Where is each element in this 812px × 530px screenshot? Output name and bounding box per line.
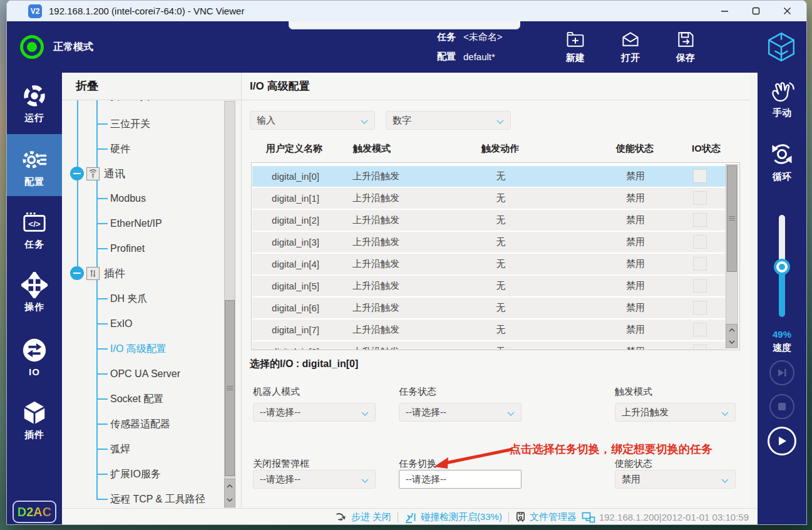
io-state-checkbox[interactable] <box>693 301 707 314</box>
io-state-checkbox[interactable] <box>693 345 707 350</box>
tree-connector <box>96 348 108 350</box>
tree-item-safety-tool[interactable]: 安全工具 <box>96 100 150 105</box>
io-state-checkbox[interactable] <box>693 169 707 183</box>
tree-item-three-position-switch[interactable]: 三位开关 <box>96 115 150 133</box>
tree-item-socket-config[interactable]: Socket 配置 <box>96 390 163 408</box>
table-scrollbar[interactable] <box>726 164 738 348</box>
io-table: digital_in[0] 上升沿触发 无 禁用 digital_in[1] 上… <box>251 162 740 350</box>
new-button[interactable]: 新建 <box>558 30 593 64</box>
sidebar-item-config[interactable]: 配置 <box>7 134 62 196</box>
io-arrows-icon <box>21 337 48 363</box>
tree-node-communication[interactable]: 通讯 <box>70 165 125 182</box>
open-button[interactable]: 打开 <box>613 30 648 64</box>
io-state-checkbox[interactable] <box>693 279 707 293</box>
tree-item-profinet[interactable]: Profinet <box>96 240 145 257</box>
tree-item-extended-io[interactable]: 扩展IO服务 <box>96 465 161 483</box>
io-state-checkbox[interactable] <box>693 235 707 249</box>
io-state-checkbox[interactable] <box>693 323 707 336</box>
tree-item-exio[interactable]: ExIO <box>96 315 133 333</box>
minimize-button[interactable] <box>709 1 740 21</box>
table-scrollbar-thumb[interactable] <box>727 165 737 272</box>
sidebar-item-plugin[interactable]: 插件 <box>7 395 62 441</box>
tree-node-plugins[interactable]: 插件 <box>70 264 125 282</box>
task-value: <未命名> <box>463 31 503 43</box>
scroll-up-button[interactable] <box>726 325 737 336</box>
sidebar-item-operate[interactable]: 操作 <box>7 267 62 313</box>
io-direction-select[interactable]: 输入 <box>250 111 375 130</box>
table-row[interactable]: digital_in[2] 上升沿触发 无 禁用 <box>252 210 726 231</box>
tree-item-modbus[interactable]: Modbus <box>96 190 146 207</box>
close-button[interactable] <box>771 1 803 21</box>
tree-collapse-header[interactable]: 折叠 <box>76 73 98 100</box>
io-state-checkbox[interactable] <box>693 191 707 205</box>
vnc-viewer-window: V2 192.168.1.200 (intel-corei7-64:0) - V… <box>6 0 807 525</box>
tree-viewport: 安全工具 三位开关 硬件 <box>62 100 242 508</box>
step-forward-button[interactable] <box>769 360 794 385</box>
table-row[interactable]: digital_in[0] 上升沿触发 无 禁用 <box>252 166 726 187</box>
tree-item-io-advanced-config[interactable]: I/O 高级配置 <box>96 340 167 358</box>
config-key: 配置 <box>437 51 456 63</box>
tree-scrollbar-thumb[interactable] <box>225 300 235 476</box>
open-icon <box>620 30 640 49</box>
manual-mode-button[interactable]: 手动 <box>758 79 806 119</box>
io-type-select[interactable]: 数字 <box>386 111 511 130</box>
speed-slider-knob[interactable] <box>774 259 790 275</box>
robot-mode-status: 正常模式 <box>20 21 93 73</box>
table-row[interactable]: digital_in[1] 上升沿触发 无 禁用 <box>252 188 726 209</box>
scroll-down-button[interactable] <box>225 493 235 507</box>
cycle-mode-button[interactable]: 循环 <box>758 140 806 183</box>
tree-item-opc-ua-server[interactable]: OPC UA Server <box>96 365 180 383</box>
tree-item-remote-tcp-toolpath[interactable]: 远程 TCP & 工具路径 <box>96 491 205 508</box>
scroll-up-button[interactable] <box>225 479 235 493</box>
scroll-down-button[interactable] <box>726 336 737 348</box>
robot-mode-select[interactable]: --请选择-- <box>253 403 376 422</box>
sidebar-item-task[interactable]: </> 任务 <box>7 204 62 251</box>
collapse-minus-icon[interactable] <box>70 266 84 280</box>
tree-item-hardware[interactable]: 硬件 <box>96 140 130 158</box>
tree-scrollbar[interactable] <box>224 101 235 507</box>
chevron-down-icon <box>361 115 368 126</box>
config-tree-panel: 折叠 安全工具 三位开关 硬件 <box>62 73 242 508</box>
chevron-down-icon <box>507 407 515 418</box>
step-mode-status[interactable]: 步进 关闭 <box>335 511 391 523</box>
column-header-io-state: IO状态 <box>692 143 721 155</box>
collapse-minus-icon[interactable] <box>70 167 84 180</box>
task-switch-select[interactable]: --请选择-- <box>399 470 522 489</box>
annotation-arrow <box>429 444 517 472</box>
sidebar-item-io[interactable]: IO <box>7 332 62 378</box>
new-file-icon <box>565 30 585 49</box>
tree-item-sensor-adapter[interactable]: 传感器适配器 <box>96 415 170 433</box>
play-button[interactable] <box>768 427 796 455</box>
table-row[interactable]: digital_in[8] 上升沿触发 无 禁用 <box>252 341 726 350</box>
tree-item-dh-gripper[interactable]: DH 夹爪 <box>96 290 148 308</box>
io-advanced-config-panel: I/O 高级配置 输入 数字 用户定义名称 触发模式 触发动作 使能状态 IO状… <box>242 73 750 508</box>
close-alarm-popup-select[interactable]: --请选择-- <box>253 470 376 489</box>
window-titlebar[interactable]: V2 192.168.1.200 (intel-corei7-64:0) - V… <box>7 1 806 21</box>
enable-state-select[interactable]: 禁用 <box>615 470 736 489</box>
table-row[interactable]: digital_in[7] 上升沿触发 无 禁用 <box>252 320 726 340</box>
trigger-mode-label: 触发模式 <box>615 386 652 398</box>
io-state-checkbox[interactable] <box>693 257 707 271</box>
tree-trunk-line <box>77 100 78 274</box>
stop-button[interactable] <box>769 394 794 419</box>
table-row[interactable]: digital_in[3] 上升沿触发 无 禁用 <box>252 232 726 252</box>
tree-item-ethernet-ip[interactable]: EtherNet/IP <box>96 215 162 232</box>
close-alarm-popup-label: 关闭报警弹框 <box>253 458 309 470</box>
collision-detection-status[interactable]: 碰撞检测开启(33%) <box>404 511 502 524</box>
task-state-select[interactable]: --请选择-- <box>399 403 522 422</box>
maximize-button[interactable] <box>740 1 771 21</box>
io-state-checkbox[interactable] <box>693 213 707 227</box>
step-forward-icon <box>776 368 788 378</box>
trigger-mode-select[interactable]: 上升沿触发 <box>615 403 736 422</box>
tree-item-arc-welding[interactable]: 弧焊 <box>96 440 130 458</box>
speed-percent-value: 49% <box>758 329 806 340</box>
sidebar-item-run[interactable]: 运行 <box>7 78 62 124</box>
table-row[interactable]: digital_in[4] 上升沿触发 无 禁用 <box>252 254 726 274</box>
run-icon <box>21 83 48 109</box>
tree-scrollbar-buttons <box>224 479 235 507</box>
table-row[interactable]: digital_in[6] 上升沿触发 无 禁用 <box>252 298 726 318</box>
step-mode-icon <box>335 512 347 522</box>
table-row[interactable]: digital_in[5] 上升沿触发 无 禁用 <box>252 276 726 296</box>
save-button[interactable]: 保存 <box>668 30 703 64</box>
file-manager-button[interactable]: 文件管理器 <box>515 511 577 523</box>
